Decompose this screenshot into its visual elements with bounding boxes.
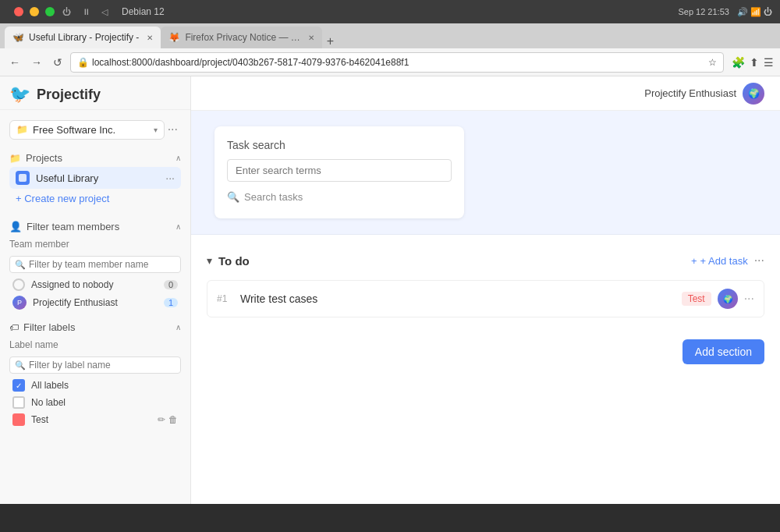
no-label-text: No label [31, 397, 178, 408]
assigned-nobody-radio[interactable] [12, 278, 25, 291]
os-window-controls[interactable] [14, 7, 55, 16]
close-button[interactable] [14, 7, 23, 16]
tab-label: Useful Library - Projectify - [29, 32, 139, 43]
browser-nav-bar: ← → ↺ 🔒 localhost:8000/dashboard/project… [0, 48, 780, 76]
task-more-button[interactable]: ··· [744, 292, 754, 306]
project-icon [16, 171, 30, 185]
label-test[interactable]: Test ✏ 🗑 [9, 411, 181, 428]
back-button[interactable]: ← [6, 55, 23, 70]
forward-button[interactable]: → [28, 55, 45, 70]
os-icons: 🔊 📶 ⏻ [737, 7, 772, 17]
delete-label-button[interactable]: 🗑 [168, 414, 178, 425]
task-area: ▾ To do + + Add task ··· #1 Write test c… [191, 235, 780, 504]
main-header: Projectify Enthusiast 🌍 [191, 76, 780, 111]
enthusiast-label: Projectify Enthusiast [33, 297, 158, 308]
assigned-nobody-label: Assigned to nobody [31, 279, 158, 290]
task-search-title: Task search [227, 139, 452, 151]
no-label-checkbox[interactable] [12, 396, 25, 409]
org-more-button[interactable]: ··· [165, 119, 181, 140]
url-bar[interactable]: 🔒 localhost:8000/dashboard/project/0403b… [70, 52, 724, 73]
create-project-label: + Create new project [16, 193, 109, 204]
team-filter-header: 👤 Filter team members ∧ [9, 218, 181, 236]
maximize-button[interactable] [45, 7, 55, 16]
add-section-button[interactable]: Add section [682, 339, 764, 364]
suspend-icon: ⏸ [79, 7, 94, 16]
section-header-todo: ▾ To do + + Add task ··· [207, 247, 764, 274]
label-test-actions: ✏ 🗑 [158, 414, 178, 425]
team-filter-chevron-icon: ∧ [176, 222, 181, 231]
label-no-label[interactable]: No label [9, 394, 181, 411]
team-member-search-input[interactable] [29, 259, 176, 270]
project-name: Useful Library [36, 172, 159, 184]
search-tasks-button[interactable]: 🔍 Search tasks [227, 188, 452, 206]
label-filter-chevron-icon: ∧ [176, 323, 181, 332]
org-icon: 📁 [16, 124, 28, 135]
table-row: #1 Write test cases Test 🌍 ··· [207, 280, 764, 317]
search-tasks-label: Search tasks [244, 191, 303, 203]
create-project-button[interactable]: + Create new project [9, 189, 181, 208]
filter-enthusiast[interactable]: P Projectify Enthusiast 1 [9, 293, 181, 312]
filter-assigned-nobody[interactable]: Assigned to nobody 0 [9, 276, 181, 293]
label-search[interactable]: 🔍 [9, 356, 181, 374]
bookmark-icon[interactable]: ☆ [708, 57, 717, 68]
label-search-icon: 🔍 [15, 360, 26, 371]
tab-label-2: Firefox Privacy Notice — … [185, 32, 300, 43]
tag-icon: 🏷 [9, 322, 19, 333]
project-item-useful-library[interactable]: Useful Library ··· [9, 167, 181, 189]
projects-chevron-icon: ∧ [176, 154, 181, 162]
org-name: Free Software Inc. [33, 124, 115, 136]
task-tag-test[interactable]: Test [682, 292, 711, 306]
new-tab-button[interactable]: + [322, 34, 339, 48]
logo-icon: 🐦 [9, 84, 30, 105]
projects-section-title: 📁 Projects [9, 152, 62, 164]
org-selector[interactable]: 📁 Free Software Inc. ▾ [9, 120, 165, 140]
logo-text: Projectify [37, 87, 101, 103]
org-section: 📁 Free Software Inc. ▾ ··· [0, 110, 190, 146]
section-more-button[interactable]: ··· [754, 254, 764, 268]
refresh-button[interactable]: ↺ [50, 55, 66, 70]
share-icon[interactable]: ⬆ [750, 56, 759, 69]
tab-close-button-2[interactable]: ✕ [308, 34, 314, 42]
tab-favicon-2: 🦊 [168, 32, 180, 43]
test-label-text: Test [31, 414, 151, 425]
label-filter-title: 🏷 Filter labels [9, 321, 75, 333]
add-task-button[interactable]: + + Add task [691, 255, 748, 267]
label-search-input[interactable] [29, 360, 176, 371]
task-search-input[interactable] [227, 159, 452, 182]
minimize-button[interactable] [30, 7, 39, 16]
sidebar: 🐦 Projectify 📁 Free Software Inc. ▾ ··· … [0, 76, 191, 504]
org-chevron-icon: ▾ [154, 126, 158, 134]
label-filter-header: 🏷 Filter labels ∧ [9, 318, 181, 336]
search-icon: 🔍 [15, 260, 26, 270]
os-time: Sep 12 21:53 [678, 7, 729, 16]
tab-favicon: 🦋 [12, 32, 24, 43]
lock-icon: 🔒 [77, 57, 89, 68]
svg-rect-0 [19, 174, 27, 182]
folder-icon: 📁 [9, 153, 21, 164]
enthusiast-avatar: P [12, 296, 27, 310]
main-area: Projectify Enthusiast 🌍 Task search 🔍 Se… [191, 76, 780, 504]
person-icon: 👤 [9, 221, 22, 232]
menu-icon[interactable]: ☰ [764, 56, 774, 69]
section-toggle-button[interactable]: ▾ [207, 254, 212, 267]
url-text[interactable]: localhost:8000/dashboard/project/0403b26… [92, 57, 705, 68]
task-number: #1 [217, 293, 240, 304]
extensions-icon[interactable]: 🧩 [732, 56, 745, 69]
task-name: Write test cases [240, 293, 682, 305]
label-name-heading: Label name [9, 336, 181, 353]
tab-active[interactable]: 🦋 Useful Library - Projectify - ✕ [5, 27, 161, 48]
tab-close-button[interactable]: ✕ [147, 34, 153, 42]
all-labels-checkbox[interactable]: ✓ [12, 379, 25, 392]
test-label-checkbox[interactable] [12, 413, 25, 426]
label-all-labels[interactable]: ✓ All labels [9, 377, 181, 394]
projects-section-header: 📁 Projects ∧ [9, 149, 181, 167]
app-logo-area: 🐦 Projectify [0, 76, 190, 110]
project-more-button[interactable]: ··· [165, 172, 175, 184]
edit-label-button[interactable]: ✏ [158, 414, 165, 425]
enthusiast-count: 1 [164, 298, 178, 307]
task-search-box: Task search 🔍 Search tasks [214, 126, 464, 218]
tab-inactive[interactable]: 🦊 Firefox Privacy Notice — … ✕ [161, 27, 321, 48]
team-member-search[interactable]: 🔍 [9, 256, 181, 273]
user-name: Projectify Enthusiast [644, 87, 736, 99]
all-labels-text: All labels [31, 380, 178, 391]
